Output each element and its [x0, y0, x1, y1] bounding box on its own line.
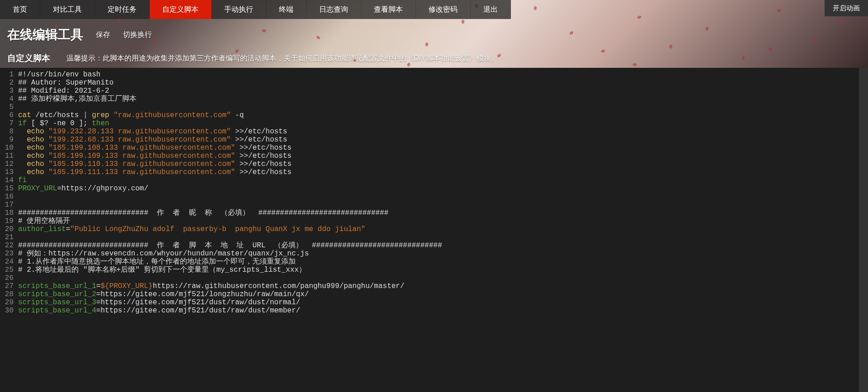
- line-gutter: 1234567891011121314151617181920212223242…: [0, 68, 16, 392]
- save-button[interactable]: 保存: [96, 30, 110, 40]
- nav-item-4[interactable]: 手动执行: [212, 0, 266, 19]
- nav-item-7[interactable]: 查看脚本: [361, 0, 416, 19]
- nav-item-5[interactable]: 终端: [266, 0, 307, 19]
- nav-item-2[interactable]: 定时任务: [95, 0, 150, 19]
- nav-item-1[interactable]: 对比工具: [40, 0, 95, 19]
- toggle-wrap-button[interactable]: 切换换行: [123, 30, 152, 40]
- code-editor[interactable]: 1234567891011121314151617181920212223242…: [0, 68, 868, 392]
- code-content[interactable]: #!/usr/bin/env bash## Author: SuperManit…: [16, 68, 868, 392]
- scrollbar-track[interactable]: [859, 68, 868, 392]
- nav-item-3[interactable]: 自定义脚本: [150, 0, 212, 19]
- page-title: 在线编辑工具: [7, 26, 83, 43]
- main-nav: 首页对比工具定时任务自定义脚本手动执行终端日志查询查看脚本修改密码退出: [0, 0, 868, 19]
- nav-item-6[interactable]: 日志查询: [307, 0, 361, 19]
- nav-item-8[interactable]: 修改密码: [416, 0, 471, 19]
- sub-title: 自定义脚本: [7, 52, 50, 64]
- nav-item-0[interactable]: 首页: [0, 0, 40, 19]
- nav-item-9[interactable]: 退出: [471, 0, 511, 19]
- header-banner: 首页对比工具定时任务自定义脚本手动执行终端日志查询查看脚本修改密码退出 开启动画…: [0, 0, 868, 68]
- tip-text: 温馨提示：此脚本的用途为收集并添加第三方作者编写的活动脚本，关于如何启用该功能详…: [66, 54, 498, 63]
